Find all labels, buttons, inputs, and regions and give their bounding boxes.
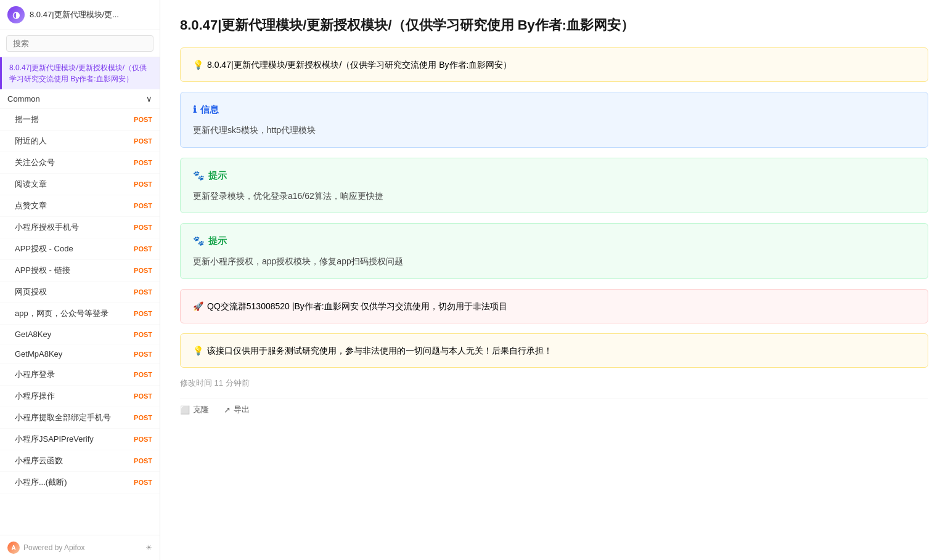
card-icon: 💡 [193,346,203,355]
sidebar-nav-item[interactable]: APP授权 - CodePOST [0,238,160,260]
method-badge: POST [134,371,152,378]
method-badge: POST [134,351,152,358]
nav-item-label: GetMpA8Key [15,349,62,359]
method-badge: POST [134,245,152,253]
method-badge: POST [134,436,152,443]
sidebar-nav-item[interactable]: 小程序授权手机号POST [0,217,160,238]
sidebar-nav-item[interactable]: APP授权 - 链接POST [0,260,160,282]
nav-item-label: 小程序云函数 [15,455,63,466]
theme-toggle-icon[interactable]: ☀ [145,543,152,552]
nav-item-label: 小程序登录 [15,369,55,380]
apifox-label: Powered by Apifox [23,543,84,552]
page-title: 8.0.47|更新代理模块/更新授权模块/（仅供学习研究使用 By作者:血影网安… [180,15,928,35]
card-title: 🐾提示 [193,233,915,248]
action-bar: ⬜克隆↗导出 [180,399,928,415]
method-badge: POST [134,181,152,188]
chevron-down-icon: ∨ [146,94,152,103]
nav-item-label: 阅读文章 [15,179,47,190]
sidebar-nav-item[interactable]: 点赞文章POST [0,195,160,217]
method-badge: POST [134,202,152,209]
card-content: QQ交流群513008520 |By作者:血影网安 仅供学习交流使用，切勿用于非… [207,301,508,311]
sidebar-nav-item[interactable]: 小程序JSAPIPreVerifyPOST [0,429,160,450]
content-card: ℹ信息更新代理sk5模块，http代理模块 [180,92,928,147]
nav-item-label: 小程序JSAPIPreVerify [15,434,94,445]
nav-item-label: GetA8Key [15,330,51,339]
sidebar-nav-item[interactable]: 附近的人POST [0,131,160,152]
nav-item-label: APP授权 - 链接 [15,265,70,276]
sidebar-nav-item[interactable]: 阅读文章POST [0,174,160,195]
card-icon: 🐾 [193,233,205,248]
main-content: 8.0.47|更新代理模块/更新授权模块/（仅供学习研究使用 By作者:血影网安… [160,0,948,560]
sidebar-nav-item[interactable]: 小程序登录POST [0,364,160,386]
sidebar-header: ◑ 8.0.47|更新代理模块/更... [0,0,160,30]
nav-item-label: 网页授权 [15,286,47,298]
method-badge: POST [134,288,152,296]
section-label: Common [7,94,40,103]
card-content: 该接口仅供用于服务测试研究使用，参与非法使用的一切问题与本人无关！后果自行承担！ [207,346,552,355]
sidebar-nav-item[interactable]: 小程序操作POST [0,386,160,407]
sidebar-nav: 摇一摇POST附近的人POST关注公众号POST阅读文章POST点赞文章POST… [0,109,160,535]
content-card: 💡8.0.47|更新代理模块/更新授权模块/（仅供学习研究交流使用 By作者:血… [180,47,928,82]
nav-item-label: 点赞文章 [15,200,47,211]
nav-item-label: 摇一摇 [15,114,39,125]
method-badge: POST [134,331,152,338]
method-badge: POST [134,392,152,400]
method-badge: POST [134,224,152,231]
sidebar-nav-item[interactable]: 小程序提取全部绑定手机号POST [0,407,160,429]
app-logo: ◑ [7,6,25,23]
action-label: 导出 [234,404,250,415]
nav-item-label: APP授权 - Code [15,243,73,254]
content-card: 🐾提示更新登录模块，优化登录a16/62算法，响应更快捷 [180,158,928,213]
action-label: 克隆 [193,404,209,415]
sidebar-nav-item[interactable]: 摇一摇POST [0,109,160,131]
card-body: 更新小程序授权，app授权模块，修复app扫码授权问题 [193,254,915,268]
export-button[interactable]: ↗导出 [224,404,250,415]
card-title: ℹ信息 [193,102,915,117]
method-badge: POST [134,159,152,166]
card-content: 8.0.47|更新代理模块/更新授权模块/（仅供学习研究交流使用 By作者:血影… [207,60,512,70]
content-card: 🚀QQ交流群513008520 |By作者:血影网安 仅供学习交流使用，切勿用于… [180,289,928,323]
method-badge: POST [134,479,152,486]
card-body: 更新登录模块，优化登录a16/62算法，响应更快捷 [193,189,915,203]
nav-item-label: app，网页，公众号等登录 [15,308,108,319]
apifox-logo-icon: A [7,542,20,554]
card-body: 更新代理sk5模块，http代理模块 [193,123,915,137]
method-badge: POST [134,414,152,421]
sidebar-footer: A Powered by Apifox ☀ [0,535,160,560]
method-badge: POST [134,267,152,274]
sidebar-section-common[interactable]: Common ∨ [0,89,160,109]
sidebar-nav-item[interactable]: 网页授权POST [0,282,160,303]
method-badge: POST [134,137,152,145]
sidebar: ◑ 8.0.47|更新代理模块/更... 8.0.47|更新代理模块/更新授权模… [0,0,160,560]
search-input[interactable] [6,35,153,52]
nav-item-label: 小程序操作 [15,391,55,402]
nav-item-label: 关注公众号 [15,157,55,168]
card-icon: ℹ [193,102,197,117]
clone-button[interactable]: ⬜克隆 [180,404,209,415]
sidebar-title: 8.0.47|更新代理模块/更... [30,9,119,20]
sidebar-nav-item[interactable]: 小程序...(截断)POST [0,472,160,493]
method-badge: POST [134,457,152,465]
card-icon: 🚀 [193,301,203,311]
method-badge: POST [134,116,152,123]
nav-item-label: 小程序...(截断) [15,477,67,488]
cards-container: 💡8.0.47|更新代理模块/更新授权模块/（仅供学习研究交流使用 By作者:血… [180,47,928,368]
nav-item-label: 小程序提取全部绑定手机号 [15,412,111,423]
sidebar-search-container [0,30,160,57]
content-card: 🐾提示更新小程序授权，app授权模块，修复app扫码授权问题 [180,223,928,278]
sidebar-nav-item[interactable]: 小程序云函数POST [0,450,160,472]
action-icon: ⬜ [180,405,190,415]
sidebar-active-item[interactable]: 8.0.47|更新代理模块/更新授权模块/（仅供学习研究交流使用 By作者:血影… [0,57,160,89]
card-icon: 💡 [193,60,203,70]
modify-time: 修改时间 11 分钟前 [180,378,928,389]
sidebar-nav-item[interactable]: GetMpA8KeyPOST [0,344,160,364]
sidebar-nav-item[interactable]: GetA8KeyPOST [0,325,160,344]
nav-item-label: 小程序授权手机号 [15,222,79,233]
sidebar-nav-item[interactable]: app，网页，公众号等登录POST [0,303,160,325]
action-icon: ↗ [224,405,231,415]
card-title: 🐾提示 [193,168,915,183]
nav-item-label: 附近的人 [15,136,47,147]
apifox-branding: A Powered by Apifox [7,542,84,554]
sidebar-nav-item[interactable]: 关注公众号POST [0,152,160,174]
card-icon: 🐾 [193,168,205,183]
